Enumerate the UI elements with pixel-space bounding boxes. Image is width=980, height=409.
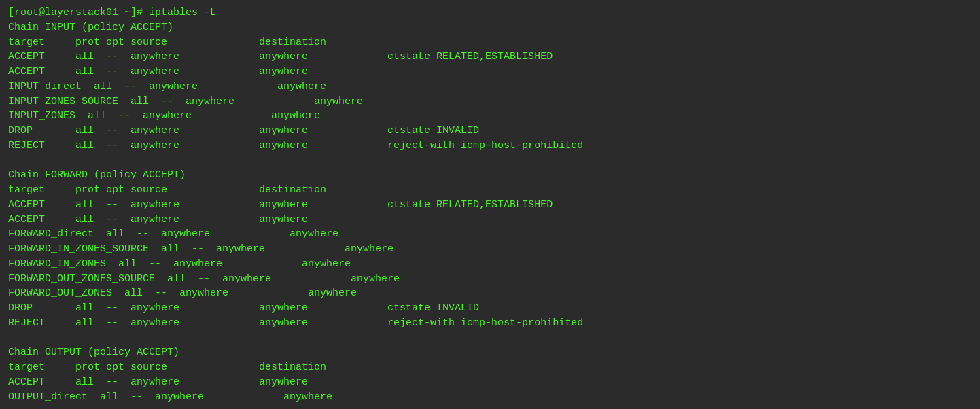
- terminal-line-output-direct: OUTPUT_direct all -- anywhere anywhere: [8, 390, 972, 405]
- terminal-line-input-accept-2: ACCEPT all -- anywhere anywhere: [8, 65, 972, 79]
- terminal-line-forward-in-zones: FORWARD_IN_ZONES all -- anywhere anywher…: [8, 257, 972, 272]
- terminal-line-input-zones: INPUT_ZONES all -- anywhere anywhere: [8, 109, 972, 124]
- terminal-line-input-zones-source: INPUT_ZONES_SOURCE all -- anywhere anywh…: [8, 94, 972, 109]
- terminal-empty-line: [8, 154, 972, 168]
- terminal-line-forward-drop: DROP all -- anywhere anywhere ctstate IN…: [8, 301, 972, 316]
- terminal-line-forward-out-zones: FORWARD_OUT_ZONES all -- anywhere anywhe…: [8, 286, 972, 301]
- terminal-line-input-drop: DROP all -- anywhere anywhere ctstate IN…: [8, 124, 972, 139]
- terminal-line-input-col-header: target prot opt source destination: [8, 35, 972, 50]
- terminal-line-output-col-header: target prot opt source destination: [8, 360, 972, 375]
- terminal-line-forward-out-zones-source: FORWARD_OUT_ZONES_SOURCE all -- anywhere…: [8, 272, 972, 287]
- terminal-line-chain-input-header: Chain INPUT (policy ACCEPT): [8, 20, 972, 35]
- terminal-line-forward-direct: FORWARD_direct all -- anywhere anywhere: [8, 227, 972, 242]
- terminal-line-output-accept-1: ACCEPT all -- anywhere anywhere: [8, 375, 972, 390]
- terminal-line-forward-col-header: target prot opt source destination: [8, 183, 972, 198]
- terminal-line-chain-output-header: Chain OUTPUT (policy ACCEPT): [8, 345, 972, 360]
- terminal-line-forward-accept-2: ACCEPT all -- anywhere anywhere: [8, 213, 972, 228]
- terminal-line-input-accept-1: ACCEPT all -- anywhere anywhere ctstate …: [8, 50, 972, 65]
- terminal-line-input-reject: REJECT all -- anywhere anywhere reject-w…: [8, 139, 972, 154]
- terminal-line-input-input-direct: INPUT_direct all -- anywhere anywhere: [8, 79, 972, 94]
- terminal-line-prompt-line: [root@layerstack01 ~]# iptables -L: [8, 5, 972, 20]
- terminal-line-forward-in-zones-source: FORWARD_IN_ZONES_SOURCE all -- anywhere …: [8, 242, 972, 257]
- terminal-empty-line: [8, 331, 972, 346]
- terminal-window: [root@layerstack01 ~]# iptables -LChain …: [0, 0, 980, 409]
- terminal-line-forward-reject: REJECT all -- anywhere anywhere reject-w…: [8, 316, 972, 331]
- terminal-line-forward-accept-1: ACCEPT all -- anywhere anywhere ctstate …: [8, 198, 972, 213]
- terminal-line-chain-forward-header: Chain FORWARD (policy ACCEPT): [8, 168, 972, 183]
